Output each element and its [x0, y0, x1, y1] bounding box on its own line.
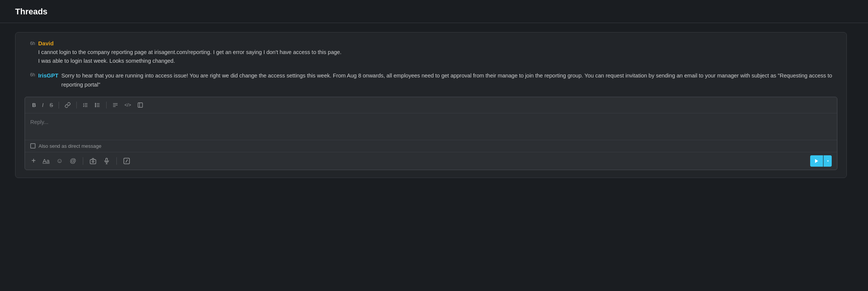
message-text-david: I cannot login to the company reporting …	[38, 48, 837, 65]
reply-input-area[interactable]: Reply...	[25, 113, 837, 140]
send-dropdown-button[interactable]	[823, 155, 832, 167]
message-line-2: I was able to login last week. Looks som…	[38, 57, 837, 65]
also-send-checkbox[interactable]	[30, 143, 36, 149]
svg-point-7	[95, 105, 96, 105]
svg-marker-22	[827, 161, 829, 162]
message-line-1: I cannot login to the company reporting …	[38, 48, 837, 57]
svg-marker-21	[815, 159, 818, 163]
italic-button[interactable]: I	[40, 101, 45, 109]
also-send-row: Also send as direct message	[25, 140, 837, 152]
svg-point-15	[92, 161, 94, 163]
send-group	[810, 155, 832, 167]
format-button[interactable]: Aa	[42, 156, 51, 165]
bottom-toolbar: + Aa ☺ @	[25, 152, 837, 170]
page-title: Threads	[15, 7, 48, 16]
block-quote-button[interactable]	[110, 101, 120, 109]
unordered-list-button[interactable]	[93, 101, 102, 109]
toolbar-divider-3	[106, 102, 107, 108]
message-header-david: David	[38, 40, 837, 46]
message-body-david: David I cannot login to the company repo…	[38, 40, 837, 65]
message-header-irisgpt: IrisGPT Sorry to hear that you are runni…	[38, 71, 837, 89]
reply-placeholder: Reply...	[30, 119, 48, 125]
sender-name-irisgpt: IrisGPT	[38, 72, 58, 79]
message-body-irisgpt: IrisGPT Sorry to hear that you are runni…	[38, 71, 837, 90]
send-button[interactable]	[810, 155, 823, 167]
reply-toolbar: B I S </>	[25, 97, 837, 113]
svg-rect-12	[138, 103, 143, 107]
svg-rect-16	[105, 158, 107, 161]
mention-button[interactable]: @	[68, 156, 77, 166]
bold-button[interactable]: B	[30, 101, 38, 109]
message-time-irisgpt: 6h	[25, 71, 35, 77]
emoji-button[interactable]: ☺	[55, 156, 64, 166]
svg-line-20	[126, 159, 127, 163]
bottom-divider-1	[83, 157, 83, 165]
camera-button[interactable]	[88, 156, 98, 166]
ordered-list-button[interactable]	[81, 101, 90, 109]
message-time-david: 6h	[25, 40, 35, 46]
code-button[interactable]: </>	[122, 101, 133, 109]
message-david: 6h David I cannot login to the company r…	[25, 40, 837, 65]
strikethrough-button[interactable]: S	[48, 101, 55, 109]
block-button[interactable]	[135, 101, 145, 109]
toolbar-divider-1	[59, 102, 59, 108]
thread-container: 6h David I cannot login to the company r…	[15, 32, 847, 178]
message-text-irisgpt: Sorry to hear that you are running into …	[61, 71, 837, 89]
sender-name-david: David	[38, 40, 54, 46]
link-button[interactable]	[63, 101, 73, 109]
svg-point-8	[95, 106, 96, 107]
also-send-label: Also send as direct message	[39, 143, 101, 149]
toolbar-divider-2	[76, 102, 77, 108]
message-irisgpt: 6h IrisGPT Sorry to hear that you are ru…	[25, 71, 837, 90]
slash-command-button[interactable]	[122, 156, 131, 166]
add-button[interactable]: +	[30, 155, 37, 166]
bottom-divider-2	[116, 157, 117, 165]
main-content: 6h David I cannot login to the company r…	[0, 23, 868, 187]
svg-point-6	[95, 103, 96, 104]
bottom-toolbar-left: + Aa ☺ @	[30, 155, 131, 166]
header: Threads	[0, 0, 868, 23]
reply-box: B I S </>	[25, 97, 837, 170]
microphone-button[interactable]	[102, 156, 111, 166]
svg-rect-14	[90, 159, 96, 164]
